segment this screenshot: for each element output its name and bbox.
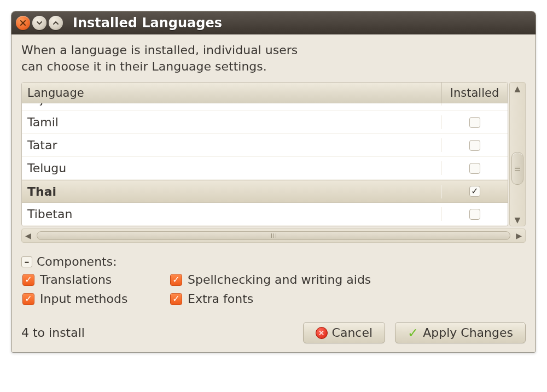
table-row[interactable]: Tibetan xyxy=(22,203,508,226)
component-label: Translations xyxy=(40,273,112,286)
language-name: Thai xyxy=(22,185,442,198)
language-name: Tajik xyxy=(22,103,442,106)
checkbox-icon[interactable] xyxy=(170,293,182,305)
component-label: Input methods xyxy=(40,292,127,306)
installed-cell xyxy=(442,186,508,197)
language-name: Tamil xyxy=(22,115,442,129)
maximize-icon[interactable] xyxy=(49,16,63,30)
table-header: Language Installed xyxy=(22,83,508,103)
table-body: TajikTamilTatarTeluguThaiTibetan xyxy=(22,103,508,226)
installed-checkbox[interactable] xyxy=(469,186,480,197)
intro-line: When a language is installed, individual… xyxy=(21,42,526,58)
language-name: Telugu xyxy=(22,161,442,175)
column-header-installed[interactable]: Installed xyxy=(442,83,508,103)
status-text: 4 to install xyxy=(21,326,85,340)
horizontal-scrollbar[interactable]: ◀ ▶ xyxy=(21,229,526,243)
component-extra_fonts[interactable]: Extra fonts xyxy=(170,292,526,306)
scroll-down-icon[interactable]: ▼ xyxy=(515,216,521,224)
components-header[interactable]: – Components: xyxy=(21,255,526,268)
cancel-label: Cancel xyxy=(332,326,373,340)
component-label: Spellchecking and writing aids xyxy=(188,273,371,286)
installed-checkbox[interactable] xyxy=(469,163,480,174)
installed-checkbox[interactable] xyxy=(469,117,480,128)
components-section: – Components: TranslationsSpellchecking … xyxy=(21,255,526,306)
installed-cell xyxy=(442,163,508,174)
scroll-up-icon[interactable]: ▲ xyxy=(515,85,521,92)
dialog-content: When a language is installed, individual… xyxy=(11,34,536,352)
scroll-thumb[interactable] xyxy=(511,152,523,185)
installed-cell xyxy=(442,140,508,151)
window-controls xyxy=(16,16,63,30)
checkbox-icon[interactable] xyxy=(22,293,34,305)
component-label: Extra fonts xyxy=(188,292,253,306)
components-grid: TranslationsSpellchecking and writing ai… xyxy=(22,273,526,306)
components-label: Components: xyxy=(37,255,117,268)
component-spellchecking[interactable]: Spellchecking and writing aids xyxy=(170,273,526,286)
vertical-scrollbar[interactable]: ▲ ▼ xyxy=(509,82,526,226)
expander-icon[interactable]: – xyxy=(21,256,32,267)
table-row[interactable]: Telugu xyxy=(22,157,508,180)
scroll-track[interactable] xyxy=(510,95,525,214)
table-row[interactable]: Tamil xyxy=(22,111,508,134)
hscroll-track[interactable] xyxy=(34,229,513,242)
installed-cell xyxy=(442,209,508,220)
installed-cell xyxy=(442,117,508,128)
cancel-button[interactable]: Cancel xyxy=(303,322,386,343)
language-table: Language Installed TajikTamilTatarTelugu… xyxy=(21,82,508,226)
window-title: Installed Languages xyxy=(73,15,222,31)
hscroll-thumb[interactable] xyxy=(37,231,510,240)
cancel-icon xyxy=(316,327,328,339)
apply-icon: ✓ xyxy=(408,326,418,340)
footer: 4 to install Cancel ✓ Apply Changes xyxy=(21,322,526,343)
language-name: Tatar xyxy=(22,138,442,152)
scroll-right-icon[interactable]: ▶ xyxy=(516,231,522,240)
apply-label: Apply Changes xyxy=(423,326,513,340)
component-translations[interactable]: Translations xyxy=(22,273,154,286)
intro-line: can choose it in their Language settings… xyxy=(21,58,526,75)
apply-changes-button[interactable]: ✓ Apply Changes xyxy=(395,322,526,343)
language-name: Tibetan xyxy=(22,207,442,221)
checkbox-icon[interactable] xyxy=(170,274,182,286)
intro-text: When a language is installed, individual… xyxy=(21,42,526,74)
installed-checkbox[interactable] xyxy=(469,140,480,151)
component-input_methods[interactable]: Input methods xyxy=(22,292,154,306)
checkbox-icon[interactable] xyxy=(22,274,34,286)
titlebar[interactable]: Installed Languages xyxy=(11,11,536,34)
scroll-left-icon[interactable]: ◀ xyxy=(25,231,31,240)
installed-checkbox[interactable] xyxy=(469,209,480,220)
dialog-window: Installed Languages When a language is i… xyxy=(11,11,536,353)
table-row[interactable]: Tatar xyxy=(22,134,508,157)
column-header-language[interactable]: Language xyxy=(22,83,442,103)
table-row[interactable]: Tajik xyxy=(22,103,508,111)
close-icon[interactable] xyxy=(16,16,30,30)
minimize-icon[interactable] xyxy=(32,16,46,30)
table-row[interactable]: Thai xyxy=(22,180,508,203)
